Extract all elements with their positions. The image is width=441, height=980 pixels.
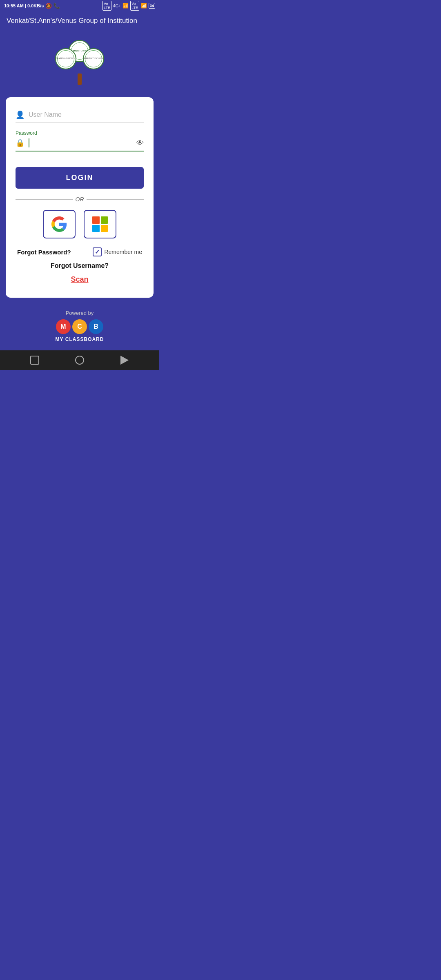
mcb-m-circle: M [56, 319, 71, 334]
login-button[interactable]: LOGIN [16, 167, 144, 189]
triangle-icon [120, 356, 129, 365]
forgot-username-link[interactable]: Forgot Username? [16, 262, 144, 270]
person-icon: 👤 [16, 110, 24, 119]
remember-me-label: Remember me [104, 249, 142, 255]
battery-indicator: 34 [149, 3, 155, 9]
password-label: Password [16, 130, 144, 136]
login-card: 👤 Password 🔒 👁 LOGIN OR [6, 97, 154, 298]
mcb-b-circle: B [89, 319, 103, 334]
or-text: OR [76, 196, 84, 203]
username-group: 👤 [16, 109, 144, 123]
google-icon [51, 216, 67, 232]
scan-link[interactable]: Scan [16, 275, 144, 284]
google-login-button[interactable] [43, 210, 76, 238]
social-buttons-row [16, 210, 144, 238]
ms-green-cell [101, 216, 108, 224]
username-input[interactable] [29, 109, 144, 120]
status-time: 10:55 AM | 0.0KB/s 🔕 📞 [4, 3, 60, 9]
nav-bar [0, 350, 159, 370]
logo-area: VENUS INT'L PUBLIC ST.ANN'S HIGH SCHOOL … [0, 32, 159, 97]
mcb-c-circle: C [72, 319, 87, 334]
microsoft-login-button[interactable] [84, 210, 116, 238]
status-icons: VoLTE 4G+ 📶 VoLTE 📶 34 [102, 1, 155, 11]
emblem-left: ST.ANN'S HIGH SCHOOL [55, 48, 76, 69]
ms-blue-cell [92, 225, 100, 232]
logo-container: VENUS INT'L PUBLIC ST.ANN'S HIGH SCHOOL … [55, 40, 104, 85]
password-input[interactable] [33, 138, 133, 148]
emblem-right: VENUS INT'L SCHOOL [83, 48, 104, 69]
app-title: Venkat/St.Ann's/Venus Group of Instituti… [7, 16, 153, 25]
mcb-logo-row: M C B [56, 319, 103, 334]
remember-me-row: ✓ Remember me [93, 247, 142, 256]
ms-yellow-cell [101, 225, 108, 232]
forgot-password-link[interactable]: Forgot Password? [17, 249, 71, 256]
tree-trunk [78, 74, 82, 85]
checkmark-icon: ✓ [95, 248, 100, 256]
remember-me-checkbox[interactable]: ✓ [93, 247, 102, 256]
circle-icon [75, 356, 84, 365]
microsoft-icon [92, 216, 108, 232]
or-line-right [87, 199, 144, 200]
password-group: Password 🔒 👁 [16, 130, 144, 151]
or-line-left [16, 199, 73, 200]
text-cursor [29, 138, 29, 147]
powered-by-text: Powered by [66, 310, 94, 316]
nav-home-button[interactable] [74, 354, 86, 366]
status-bar: 10:55 AM | 0.0KB/s 🔕 📞 VoLTE 4G+ 📶 VoLTE… [0, 0, 159, 11]
or-divider: OR [16, 196, 144, 203]
password-row: 🔒 👁 [16, 138, 144, 151]
eye-icon[interactable]: 👁 [136, 139, 144, 147]
bottom-links-row: Forgot Password? ✓ Remember me [16, 247, 144, 256]
nav-square-button[interactable] [29, 354, 41, 366]
ms-red-cell [92, 216, 100, 224]
lock-icon: 🔒 [16, 138, 24, 147]
square-icon [30, 356, 39, 365]
nav-back-button[interactable] [118, 354, 131, 366]
brand-name: MY CLASSBOARD [56, 336, 104, 342]
username-row: 👤 [16, 109, 144, 123]
powered-by-section: Powered by M C B MY CLASSBOARD [0, 298, 159, 350]
app-header: Venkat/St.Ann's/Venus Group of Instituti… [0, 11, 159, 32]
